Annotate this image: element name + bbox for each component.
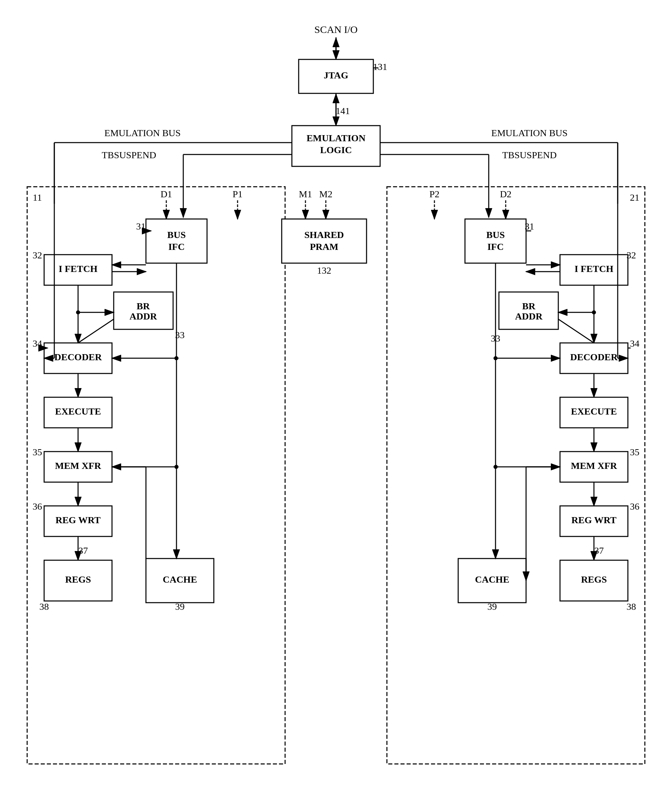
emulation-logic-label1: EMULATION (307, 133, 365, 143)
m2-label: M2 (320, 189, 333, 199)
cpu2-bus-ifc-ref: 31 (525, 221, 534, 232)
cpu2-mem-xfr-label: MEM XFR (571, 461, 617, 471)
d2-label: D2 (500, 189, 512, 199)
d1-label: D1 (160, 189, 172, 199)
cpu2-reg-wrt-label: REG WRT (571, 515, 617, 525)
cpu2-i-fetch-label: I FETCH (574, 263, 613, 274)
cpu1-mem-xfr-ref: 35 (33, 447, 42, 458)
cpu2-reg-wrt-ref: 36 (630, 501, 639, 511)
m1-label: M1 (299, 189, 312, 199)
shared-pram-label1: SHARED (305, 229, 344, 240)
cpu2-execute-label: EXECUTE (571, 406, 617, 417)
cpu2-bus-ifc-label1: BUS (486, 229, 505, 240)
cpu2-br-addr-label1: BR (522, 301, 536, 311)
cpu1-execute-label: EXECUTE (55, 406, 101, 417)
cpu2-br-addr-label2: ADDR (515, 311, 543, 322)
cpu1-bus-ifc-label1: BUS (167, 229, 186, 240)
diagram: SCAN I/O JTAG 131 141 EMULATION LOGIC EM… (0, 0, 672, 804)
svg-line-30 (78, 319, 114, 343)
emulation-logic-label2: LOGIC (320, 145, 352, 155)
cpu2-i-fetch-ref: 32 (626, 250, 636, 260)
cpu2-regs-label: REGS (581, 574, 607, 585)
cpu2-mem-xfr-ref: 35 (630, 447, 639, 458)
cpu1-decoder-ref: 34 (33, 338, 42, 349)
p1-label: P1 (233, 189, 243, 199)
jtag-ref: 131 (373, 62, 387, 72)
cpu2-decoder-label: DECODER (570, 352, 618, 362)
cpu1-br-addr-label1: BR (137, 301, 150, 311)
shared-pram-box (282, 219, 367, 263)
cpu2-cache-label: CACHE (475, 574, 509, 585)
cpu1-ref-37: 37 (78, 545, 88, 556)
p2-label: P2 (429, 189, 439, 199)
cpu1-bus-ifc-ref: 31 (136, 221, 145, 232)
cpu1-cache-ref: 39 (175, 601, 184, 612)
cpu1-br-addr-label2: ADDR (130, 311, 158, 322)
emulation-bus-left: EMULATION BUS (104, 127, 181, 138)
tbsuspend-left: TBSUSPEND (102, 150, 156, 160)
ref-141: 141 (336, 106, 350, 116)
cpu1-cache-label: CACHE (163, 574, 197, 585)
tbsuspend-right: TBSUSPEND (502, 150, 556, 160)
cpu2-ref-37: 37 (594, 545, 604, 556)
cpu1-regs-ref: 38 (39, 601, 49, 612)
cpu2-bus-ifc-label2: IFC (488, 242, 504, 252)
shared-pram-label2: PRAM (310, 242, 338, 252)
cpu2-ref: 21 (630, 192, 639, 203)
shared-pram-ref: 132 (317, 265, 331, 276)
cpu1-reg-wrt-ref: 36 (33, 501, 42, 511)
cpu1-decoder-label: DECODER (54, 352, 102, 362)
cpu1-bus-ifc-label2: IFC (168, 242, 184, 252)
cpu1-bus-ifc (146, 219, 207, 263)
scan-io-label: SCAN I/O (314, 24, 358, 35)
cpu1-i-fetch-label: I FETCH (59, 263, 98, 274)
cpu1-mem-xfr-label: MEM XFR (55, 461, 101, 471)
cpu1-reg-wrt-label: REG WRT (55, 515, 101, 525)
cpu1-regs-label: REGS (65, 574, 91, 585)
cpu2-cache-ref: 39 (488, 601, 497, 612)
cpu1-ref: 11 (33, 192, 42, 203)
cpu1-ref-33: 33 (175, 330, 184, 340)
cpu2-decoder-ref: 34 (630, 338, 639, 349)
cpu2-bus-ifc (465, 219, 526, 263)
emulation-bus-right: EMULATION BUS (491, 127, 568, 138)
jtag-label: JTAG (324, 70, 349, 80)
svg-line-56 (558, 319, 594, 343)
cpu1-i-fetch-ref: 32 (33, 250, 42, 260)
cpu2-regs-ref: 38 (626, 601, 636, 612)
